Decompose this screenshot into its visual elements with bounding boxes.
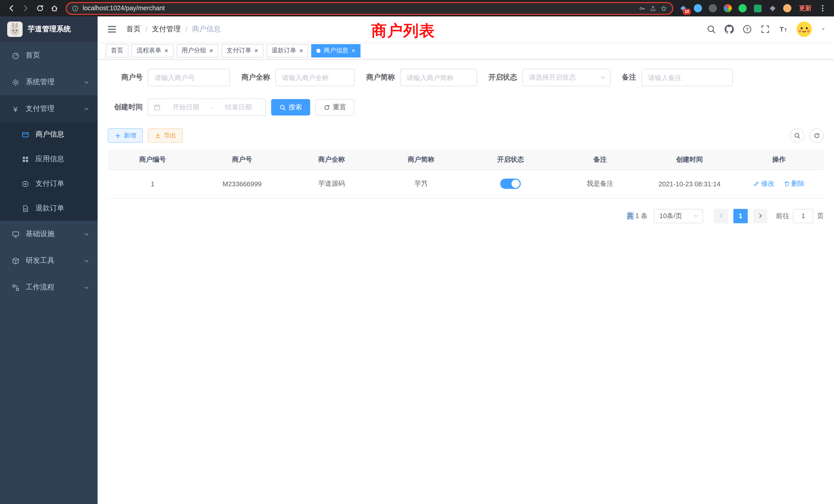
merchant-no-label: 商户号 xyxy=(108,73,143,82)
extension-color-icon[interactable] xyxy=(722,3,733,14)
delete-link-label: 删除 xyxy=(791,179,805,188)
chevron-down-icon xyxy=(84,79,89,85)
hamburger-icon[interactable] xyxy=(106,24,118,35)
pagination-total: 共 1 条 xyxy=(627,211,648,221)
add-button[interactable]: 新增 xyxy=(108,128,143,143)
search-button[interactable]: 搜索 xyxy=(271,99,310,115)
sidebar-item-workflow[interactable]: 工作流程 xyxy=(0,274,97,301)
sidebar-item-system[interactable]: 系统管理 xyxy=(0,69,97,95)
prev-page-icon[interactable] xyxy=(714,209,728,223)
goto-unit: 页 xyxy=(817,211,824,221)
tab-label: 用户分组 xyxy=(181,46,206,55)
reset-button[interactable]: 重置 xyxy=(315,99,354,115)
extension-green-square-icon[interactable] xyxy=(752,3,763,14)
close-icon[interactable]: × xyxy=(300,47,303,54)
search-icon[interactable] xyxy=(707,25,716,34)
pagination-total-prefix: 共 xyxy=(627,212,634,220)
breadcrumb-home[interactable]: 首页 xyxy=(126,25,141,34)
range-separator: - xyxy=(211,104,213,111)
dashboard-icon xyxy=(11,51,20,60)
full-name-input[interactable] xyxy=(275,69,355,86)
url-host: localhost:1024 xyxy=(83,5,124,12)
goto-page-input[interactable] xyxy=(793,209,813,223)
github-icon[interactable] xyxy=(725,25,734,34)
short-name-input[interactable] xyxy=(400,69,477,86)
monitor-icon xyxy=(11,230,20,238)
extension-puzzle-icon[interactable] xyxy=(767,3,778,14)
extension-badged-icon[interactable]: 10 xyxy=(677,3,689,14)
export-button[interactable]: 导出 xyxy=(148,128,183,143)
tab-label: 退款订单 xyxy=(272,46,296,55)
show-search-icon[interactable] xyxy=(790,128,804,143)
card-icon xyxy=(22,131,29,138)
page-number-button[interactable]: 1 xyxy=(733,209,748,223)
font-size-icon[interactable]: TT xyxy=(778,25,788,34)
close-icon[interactable]: × xyxy=(254,47,258,54)
status-select[interactable]: 请选择开启状态 xyxy=(522,69,611,86)
sidebar-item-refund-order[interactable]: 退款订单 xyxy=(0,196,97,221)
refresh-icon[interactable] xyxy=(33,1,47,16)
top-navbar: 首页 / 支付管理 / 商户信息 商户列表 ? xyxy=(97,17,834,42)
next-page-icon[interactable] xyxy=(753,209,767,223)
breadcrumb-current: 商户信息 xyxy=(192,25,221,34)
cell-created-at: 2021-10-23 08:31:14 xyxy=(645,169,734,198)
yen-icon: ¥ xyxy=(11,105,20,113)
bookmark-star-icon[interactable] xyxy=(660,5,667,12)
close-icon[interactable]: × xyxy=(164,47,168,54)
app-logo[interactable]: 芋道管理系统 xyxy=(0,17,97,42)
browser-menu-icon[interactable] xyxy=(815,1,830,16)
page-size-select[interactable]: 10条/页 xyxy=(654,209,703,223)
tabs-bar: 首页 流程表单 × 用户分组 × 支付订单 × 退款订单 × xyxy=(97,42,834,60)
password-key-icon[interactable] xyxy=(639,5,645,12)
sidebar-item-infrastructure[interactable]: 基础设施 xyxy=(0,221,97,247)
site-info-icon[interactable] xyxy=(72,5,79,12)
sidebar-item-app-info[interactable]: 应用信息 xyxy=(0,147,97,171)
refresh-table-icon[interactable] xyxy=(809,128,824,143)
tab-pay-order[interactable]: 支付订单 × xyxy=(221,44,263,57)
extension-drop-icon[interactable] xyxy=(692,3,704,14)
extension-face-icon[interactable] xyxy=(782,3,793,14)
merchant-no-input[interactable] xyxy=(148,69,230,86)
tab-merchant-info[interactable]: 商户信息 × xyxy=(311,44,360,57)
pagination: 共 1 条 10条/页 1 前往 xyxy=(108,209,824,223)
breadcrumb-payment[interactable]: 支付管理 xyxy=(152,25,181,34)
status-toggle[interactable] xyxy=(500,179,521,189)
document-icon xyxy=(22,205,29,212)
extension-green-circle-icon[interactable] xyxy=(737,3,748,14)
close-icon[interactable]: × xyxy=(352,47,355,54)
user-caret-icon[interactable] xyxy=(821,27,826,32)
tab-user-group[interactable]: 用户分组 × xyxy=(176,44,218,57)
tab-label: 支付订单 xyxy=(226,46,251,55)
sidebar-item-payment[interactable]: ¥ 支付管理 xyxy=(0,95,97,122)
sidebar-item-label: 基础设施 xyxy=(26,229,54,239)
tab-home[interactable]: 首页 xyxy=(106,44,128,57)
help-icon[interactable]: ? xyxy=(743,25,752,34)
share-icon[interactable] xyxy=(650,5,656,12)
table-toolbar: 新增 导出 xyxy=(108,128,824,143)
cell-remark: 我是备注 xyxy=(555,169,645,198)
pagination-total-suffix: 1 条 xyxy=(634,212,648,220)
edit-link[interactable]: 修改 xyxy=(753,179,774,188)
fullscreen-icon[interactable] xyxy=(761,25,770,34)
sidebar-item-merchant-info[interactable]: 商户信息 xyxy=(0,122,97,147)
forward-icon[interactable] xyxy=(19,1,33,16)
extension-dark-icon[interactable] xyxy=(707,3,719,14)
sidebar-item-devtools[interactable]: 研发工具 xyxy=(0,247,97,274)
browser-update-button[interactable]: 更新 xyxy=(799,4,811,13)
home-icon[interactable] xyxy=(47,1,62,16)
sidebar-item-pay-order[interactable]: 支付订单 xyxy=(0,171,97,196)
remark-input[interactable] xyxy=(641,69,733,86)
extensions-cluster: 10 xyxy=(677,3,793,14)
back-icon[interactable] xyxy=(4,1,19,16)
user-avatar[interactable] xyxy=(796,22,812,37)
col-full-name: 商户全称 xyxy=(287,150,376,169)
sidebar-item-home[interactable]: 首页 xyxy=(0,42,97,69)
delete-link[interactable]: 删除 xyxy=(784,179,805,188)
tab-refund-order[interactable]: 退款订单 × xyxy=(266,44,308,57)
close-icon[interactable]: × xyxy=(209,47,213,54)
create-time-range-picker[interactable]: 开始日期 - 结束日期 xyxy=(148,98,266,116)
tab-label: 流程表单 xyxy=(137,46,161,55)
tab-process-form[interactable]: 流程表单 × xyxy=(131,44,173,57)
address-bar[interactable]: localhost:1024/pay/merchant xyxy=(66,2,673,15)
page-content: 商户号 商户全称 商户简称 开启状态 请选择开启状态 xyxy=(97,60,834,504)
